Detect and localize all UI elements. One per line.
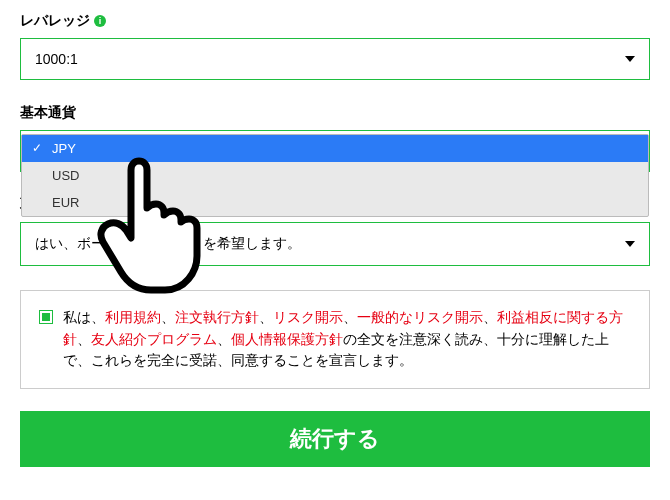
- currency-dropdown: JPY USD EUR: [21, 134, 649, 217]
- terms-checkbox[interactable]: [39, 310, 53, 324]
- bonus-value: はい、ボーナスの受け取りを希望します。: [35, 235, 301, 253]
- chevron-down-icon: [625, 241, 635, 247]
- currency-option-jpy[interactable]: JPY: [22, 135, 648, 162]
- info-icon[interactable]: i: [94, 15, 106, 27]
- link-privacy[interactable]: 個人情報保護方針: [231, 332, 343, 347]
- currency-label: 基本通貨: [20, 104, 650, 122]
- currency-option-eur[interactable]: EUR: [22, 189, 648, 216]
- leverage-value: 1000:1: [35, 51, 78, 67]
- currency-option-usd[interactable]: USD: [22, 162, 648, 189]
- currency-label-text: 基本通貨: [20, 104, 76, 122]
- chevron-down-icon: [625, 56, 635, 62]
- leverage-select[interactable]: 1000:1: [20, 38, 650, 80]
- link-risk[interactable]: リスク開示: [273, 310, 343, 325]
- link-general-risk[interactable]: 一般的なリスク開示: [357, 310, 483, 325]
- link-execution[interactable]: 注文執行方針: [175, 310, 259, 325]
- terms-text: 私は、利用規約、注文執行方針、リスク開示、一般的なリスク開示、利益相反に関する方…: [63, 307, 631, 372]
- link-referral[interactable]: 友人紹介プログラム: [91, 332, 217, 347]
- bonus-select[interactable]: はい、ボーナスの受け取りを希望します。: [20, 222, 650, 266]
- link-terms[interactable]: 利用規約: [105, 310, 161, 325]
- continue-button[interactable]: 続行する: [20, 411, 650, 467]
- terms-box: 私は、利用規約、注文執行方針、リスク開示、一般的なリスク開示、利益相反に関する方…: [20, 290, 650, 389]
- leverage-label-text: レバレッジ: [20, 12, 90, 30]
- leverage-label: レバレッジ i: [20, 12, 650, 30]
